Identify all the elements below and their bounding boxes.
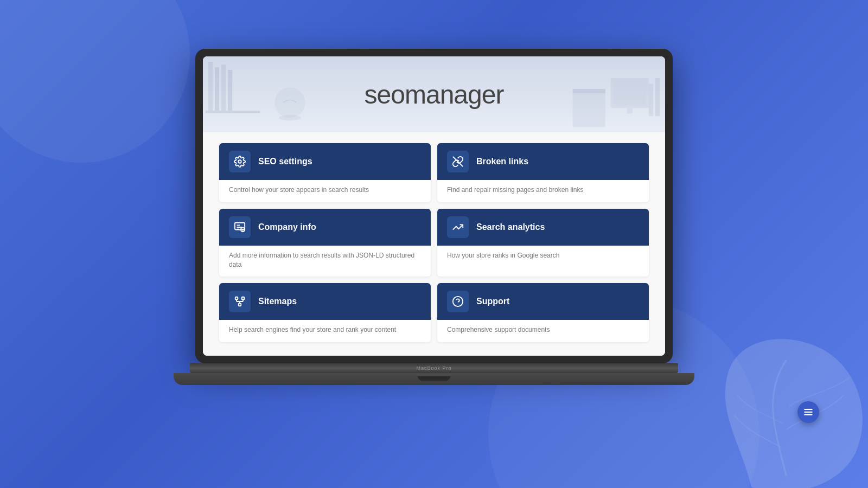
support-title: Support (476, 297, 509, 306)
search-analytics-icon (447, 216, 469, 238)
sitemaps-card[interactable]: Sitemaps Help search engines find your s… (219, 283, 431, 342)
svg-rect-11 (627, 108, 633, 113)
search-analytics-card[interactable]: Search analytics How your store ranks in… (437, 209, 649, 277)
bg-decoration-circle-tl (0, 0, 190, 163)
laptop-screen: seomanager (203, 56, 665, 356)
svg-rect-8 (573, 89, 605, 93)
broken-links-body: Find and repair missing pages and broken… (437, 180, 649, 202)
svg-rect-12 (649, 84, 653, 116)
laptop-hinge (190, 363, 678, 373)
svg-rect-3 (228, 70, 232, 111)
sitemaps-description: Help search engines find your store and … (229, 325, 421, 335)
search-analytics-title: Search analytics (476, 222, 545, 232)
svg-point-14 (238, 160, 241, 163)
search-analytics-description: How your store ranks in Google search (447, 251, 639, 260)
broken-links-title: Broken links (476, 157, 528, 166)
broken-link-icon (447, 151, 469, 172)
svg-point-6 (279, 115, 301, 120)
svg-rect-4 (206, 111, 260, 113)
company-info-icon (229, 216, 251, 238)
vendor-area: venntov (219, 342, 649, 356)
search-analytics-card-header: Search analytics (437, 209, 649, 246)
support-card-header: Support (437, 283, 649, 320)
screen-content: SEO settings Control how your store appe… (203, 132, 665, 356)
app-title-seo: seo (365, 80, 405, 109)
svg-rect-25 (239, 304, 241, 306)
seo-settings-title: SEO settings (258, 157, 312, 166)
company-info-body: Add more information to search results w… (219, 246, 431, 277)
svg-rect-7 (573, 89, 605, 127)
venntov-logo-icon (411, 353, 426, 356)
company-info-card[interactable]: Company info Add more information to sea… (219, 209, 431, 277)
company-info-title: Company info (258, 222, 316, 232)
svg-rect-2 (221, 65, 226, 111)
svg-point-5 (275, 87, 305, 118)
support-description: Comprehensive support documents (447, 325, 639, 335)
seo-settings-card-header: SEO settings (219, 143, 431, 180)
laptop-base (174, 373, 694, 385)
fab-button[interactable] (797, 401, 819, 423)
seo-settings-card[interactable]: SEO settings Control how your store appe… (219, 143, 431, 202)
app-title-manager: manager (405, 80, 503, 109)
support-icon (447, 291, 469, 312)
sitemaps-icon (229, 291, 251, 312)
app-title: seomanager (365, 80, 504, 110)
laptop-mockup: seomanager (184, 49, 684, 439)
sitemaps-title: Sitemaps (258, 297, 297, 306)
broken-links-description: Find and repair missing pages and broken… (447, 185, 639, 195)
company-info-description: Add more information to search results w… (229, 251, 421, 269)
svg-rect-1 (215, 67, 219, 111)
laptop-screen-bezel: seomanager (195, 49, 673, 363)
svg-rect-0 (208, 62, 213, 111)
support-card[interactable]: Support Comprehensive support documents (437, 283, 649, 342)
cards-grid: SEO settings Control how your store appe… (219, 143, 649, 342)
svg-rect-10 (614, 81, 646, 105)
seo-settings-body: Control how your store appears in search… (219, 180, 431, 202)
svg-rect-13 (655, 78, 660, 116)
bg-leaf-decoration (705, 325, 868, 488)
svg-rect-23 (235, 297, 238, 300)
screen-header-decoration: seomanager (203, 56, 665, 132)
app-title-area: seomanager (365, 80, 504, 110)
gear-icon (229, 151, 251, 172)
svg-rect-24 (242, 297, 245, 300)
broken-links-card[interactable]: Broken links Find and repair missing pag… (437, 143, 649, 202)
seo-settings-description: Control how your store appears in search… (229, 185, 421, 195)
sitemaps-body: Help search engines find your store and … (219, 320, 431, 342)
vendor-logo: venntov (411, 353, 456, 356)
company-info-card-header: Company info (219, 209, 431, 246)
svg-rect-16 (235, 223, 245, 230)
broken-links-card-header: Broken links (437, 143, 649, 180)
support-body: Comprehensive support documents (437, 320, 649, 342)
sitemaps-card-header: Sitemaps (219, 283, 431, 320)
search-analytics-body: How your store ranks in Google search (437, 246, 649, 268)
